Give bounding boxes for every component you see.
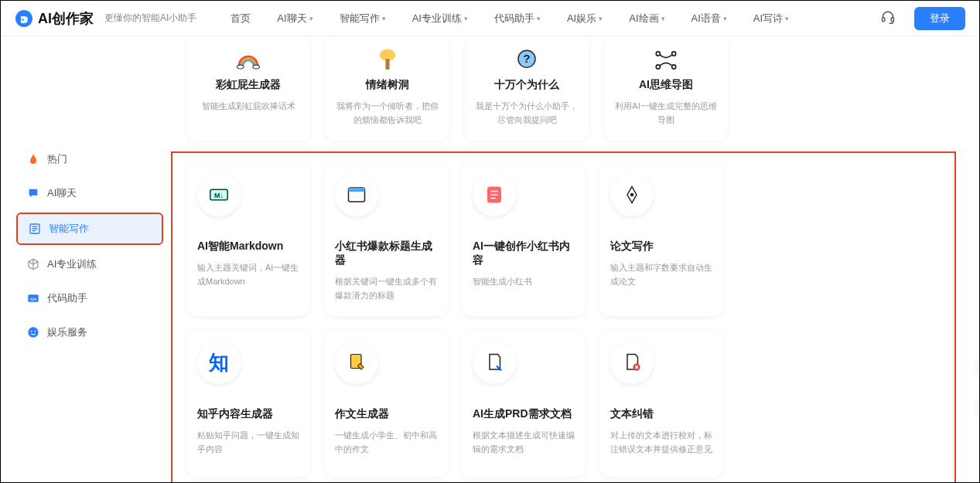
sidebar-item-code-helper[interactable]: </> 代码助手 [16,284,163,313]
chevron-down-icon: ▾ [661,15,665,22]
card-desc: 根据关键词一键生成多个有爆款潜力的标题 [335,275,437,302]
card-row-2: 知 知乎内容生成器 粘贴知乎问题，一键生成知乎内容 作文生成器 一键生成小学生、… [186,330,941,477]
fire-icon [27,153,39,165]
sidebar: 热门 AI聊天 智能写作 AI专业训练 </> 代码助手 娱乐服务 [1,36,163,482]
card-title: AI思维导图 [639,78,693,92]
cube-icon [27,258,39,270]
card-thesis[interactable]: 论文写作 输入主题和字数要求自动生成论文 [599,162,723,316]
sidebar-item-label: 智能写作 [49,222,89,236]
smile-icon [27,326,39,338]
brand-name: AI创作家 [38,9,94,28]
chevron-down-icon: ▾ [723,15,727,22]
card-rainbow-generator[interactable]: 彩虹屁生成器 智能生成彩虹屁吹捧话术 [186,36,310,141]
card-desc: 智能生成小红书 [473,275,532,289]
sidebar-item-label: 代码助手 [47,291,87,305]
svg-point-8 [31,331,32,332]
card-mindmap[interactable]: AI思维导图 利用AI一键生成完整的思维导图 [604,36,728,141]
card-desc: 我是十万个为什么小助手，尽管向我提问吧 [476,100,578,127]
main-content: 彩虹屁生成器 智能生成彩虹屁吹捧话术 情绪树洞 我将作为一个倾听者，把你的烦恼都… [163,36,979,482]
nav-smart-writing[interactable]: 智能写作▾ [340,12,386,26]
svg-text:M↓: M↓ [214,192,224,199]
top-nav: 首页 AI聊天▾ 智能写作▾ AI专业训练▾ 代码助手▾ AI娱乐▾ AI绘画▾… [230,12,789,26]
card-title: 作文生成器 [335,407,389,421]
chat-icon [27,187,39,199]
svg-point-7 [28,327,38,337]
sidebar-item-ai-training[interactable]: AI专业训练 [16,250,163,279]
nav-ai-poem[interactable]: AI写诗▾ [753,12,789,26]
card-why[interactable]: ? 十万个为什么 我是十万个为什么小助手，尽管向我提问吧 [465,36,589,141]
zhi-icon: 知 [197,341,241,384]
card-desc: 利用AI一键生成完整的思维导图 [615,100,717,127]
top-card-row: 彩虹屁生成器 智能生成彩虹屁吹捧话术 情绪树洞 我将作为一个倾听者，把你的烦恼都… [171,36,956,141]
card-desc: 输入主题和字数要求自动生成论文 [610,261,712,288]
svg-point-19 [672,65,676,69]
sidebar-item-ai-chat[interactable]: AI聊天 [16,179,163,208]
svg-point-9 [35,331,36,332]
nav-ai-voice[interactable]: AI语音▾ [691,12,727,26]
card-title: 情绪树洞 [366,78,409,92]
card-row-1: M↓ AI智能Markdown 输入主题关键词，AI一键生成Markdown 小… [186,162,941,316]
mindmap-icon [653,47,679,78]
logo-area[interactable]: AI创作家 [15,9,94,28]
brand-logo-icon [15,9,33,28]
card-ai-markdown[interactable]: M↓ AI智能Markdown 输入主题关键词，AI一键生成Markdown [186,162,310,316]
markdown-icon: M↓ [197,173,241,216]
card-emotion-tree[interactable]: 情绪树洞 我将作为一个倾听者，把你的烦恼都告诉我吧 [326,36,449,141]
card-xhs-content[interactable]: AI一键创作小红书内容 智能生成小红书 [462,162,586,316]
rainbow-icon [235,47,261,78]
card-desc: 我将作为一个倾听者，把你的烦恼都告诉我吧 [336,100,439,127]
svg-point-10 [237,65,244,69]
card-desc: 对上传的文本进行校对，标注错误文本并提供修正意见 [610,429,712,456]
window-icon [335,173,378,216]
card-title: 论文写作 [610,240,654,253]
nav-ai-chat[interactable]: AI聊天▾ [277,12,312,26]
pen-icon [610,173,654,216]
nav-ai-entertainment[interactable]: AI娱乐▾ [567,12,603,26]
nav-ai-drawing[interactable]: AI绘画▾ [629,12,664,26]
sidebar-item-entertainment[interactable]: 娱乐服务 [16,318,163,347]
card-title: AI智能Markdown [197,240,283,253]
nav-code-helper[interactable]: 代码助手▾ [494,12,541,26]
note-red-icon [473,173,516,216]
card-essay[interactable]: 作文生成器 一键生成小学生、初中和高中的作文 [324,330,448,477]
doc-edit-icon [473,341,516,384]
chevron-down-icon: ▾ [599,15,603,22]
chevron-down-icon: ▾ [309,15,313,22]
svg-rect-23 [349,188,365,192]
card-text-correct[interactable]: 文本纠错 对上传的文本进行校对，标注错误文本并提供修正意见 [599,330,723,477]
header: AI创作家 更懂你的智能AI小助手 首页 AI聊天▾ 智能写作▾ AI专业训练▾… [1,1,979,36]
brand-tagline: 更懂你的智能AI小助手 [104,12,196,25]
svg-rect-13 [385,59,389,70]
sidebar-item-smart-writing[interactable]: 智能写作 [16,213,163,245]
card-desc: 智能生成彩虹屁吹捧话术 [202,100,295,114]
card-title: AI一键创作小红书内容 [473,240,575,267]
nav-ai-training[interactable]: AI专业训练▾ [412,12,468,26]
chevron-down-icon: ▾ [537,15,541,22]
card-prd[interactable]: AI生成PRD需求文档 根据文本描述生成可快速编辑的需求文档 [462,330,586,477]
card-zhihu[interactable]: 知 知乎内容生成器 粘贴知乎问题，一键生成知乎内容 [186,330,310,477]
svg-point-16 [656,52,660,56]
card-desc: 输入主题关键词，AI一键生成Markdown [197,261,299,288]
svg-point-18 [656,65,660,69]
sidebar-item-hot[interactable]: 热门 [16,145,163,174]
svg-text:?: ? [523,52,530,65]
sidebar-item-label: AI聊天 [47,186,77,200]
svg-point-25 [630,193,634,197]
headset-icon[interactable] [880,9,896,28]
card-desc: 粘贴知乎问题，一键生成知乎内容 [197,429,299,456]
card-xhs-title[interactable]: 小红书爆款标题生成器 根据关键词一键生成多个有爆款潜力的标题 [324,162,448,316]
svg-rect-3 [891,17,893,21]
svg-point-17 [672,52,676,56]
svg-rect-2 [883,17,885,21]
sidebar-item-label: 热门 [47,152,67,166]
sidebar-item-label: 娱乐服务 [47,325,87,339]
chevron-down-icon: ▾ [464,15,468,22]
svg-point-11 [253,65,260,69]
card-desc: 根据文本描述生成可快速编辑的需求文档 [473,429,575,456]
card-title: 彩虹屁生成器 [216,78,281,92]
login-button[interactable]: 登录 [914,7,965,30]
nav-home[interactable]: 首页 [230,12,251,26]
doc-error-icon [610,341,654,384]
sidebar-item-label: AI专业训练 [47,257,97,271]
svg-text:</>: </> [30,297,37,301]
